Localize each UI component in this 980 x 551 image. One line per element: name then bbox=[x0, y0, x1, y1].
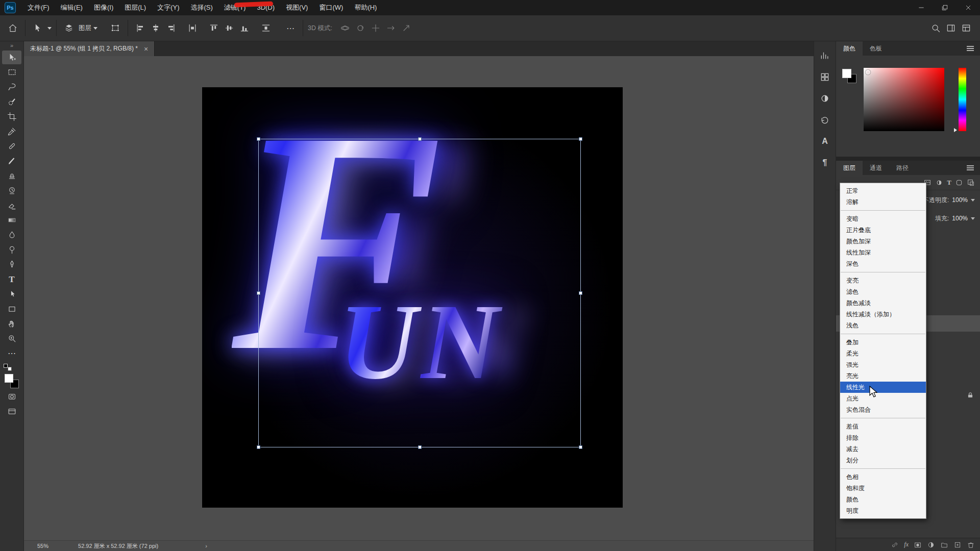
pen-tool[interactable] bbox=[2, 258, 21, 271]
search-icon[interactable] bbox=[928, 20, 943, 36]
foreground-background-swatches[interactable] bbox=[4, 373, 20, 389]
blend-mode-option[interactable]: 颜色 bbox=[840, 494, 926, 505]
3d-orbit-icon[interactable] bbox=[337, 20, 353, 36]
blend-mode-option[interactable]: 叠加 bbox=[840, 337, 926, 348]
blend-mode-option[interactable]: 色相 bbox=[840, 471, 926, 483]
tab-swatches[interactable]: 色板 bbox=[863, 41, 889, 56]
blend-mode-option-selected[interactable]: 线性光 bbox=[840, 382, 926, 393]
transform-bounding-box[interactable] bbox=[258, 139, 581, 447]
zoom-level-field[interactable]: 55% bbox=[37, 543, 48, 549]
blend-mode-option[interactable]: 浅色 bbox=[840, 320, 926, 331]
blend-mode-option[interactable]: 饱和度 bbox=[840, 483, 926, 494]
canvas-area[interactable]: F UN F UN bbox=[24, 56, 814, 540]
edit-toolbar-button[interactable]: ⋯ bbox=[2, 346, 21, 360]
link-layers-icon[interactable] bbox=[891, 541, 899, 549]
chevron-down-icon[interactable] bbox=[971, 217, 975, 220]
auto-select-target[interactable]: 图层 bbox=[79, 24, 91, 33]
move-tool[interactable] bbox=[2, 51, 21, 64]
move-tool-icon[interactable] bbox=[30, 20, 45, 36]
blend-mode-option[interactable]: 实色混合 bbox=[840, 404, 926, 415]
paragraph-panel-icon[interactable]: ¶ bbox=[819, 157, 831, 169]
panel-foreground-swatch[interactable] bbox=[842, 69, 851, 78]
document-tab[interactable]: 未标题-1 @ 55% (组 1 拷贝 2, RGB/8) * × bbox=[24, 41, 155, 56]
rectangle-shape-tool[interactable] bbox=[2, 302, 21, 316]
menu-file[interactable]: 文件(F) bbox=[22, 0, 55, 15]
delete-layer-icon[interactable] bbox=[967, 541, 975, 549]
align-bottom-icon[interactable] bbox=[237, 20, 252, 36]
blend-mode-option[interactable]: 滤色 bbox=[840, 286, 926, 297]
filter-shape-layers-icon[interactable] bbox=[955, 179, 963, 187]
character-panel-icon[interactable]: A bbox=[819, 135, 831, 147]
blend-mode-option[interactable]: 深色 bbox=[840, 258, 926, 269]
menu-edit[interactable]: 编辑(E) bbox=[55, 0, 88, 15]
adjustment-layer-icon[interactable] bbox=[927, 541, 935, 549]
blend-mode-option[interactable]: 亮光 bbox=[840, 370, 926, 382]
blend-mode-option[interactable]: 柔光 bbox=[840, 348, 926, 359]
status-chevron-icon[interactable]: › bbox=[205, 543, 207, 549]
path-selection-tool[interactable] bbox=[2, 287, 21, 301]
new-group-icon[interactable] bbox=[940, 541, 948, 549]
transform-handle-top-left[interactable] bbox=[257, 137, 260, 141]
menu-layer[interactable]: 图层(L) bbox=[119, 0, 152, 15]
color-panel-fg-bg-swatches[interactable] bbox=[842, 69, 860, 87]
gradient-tool[interactable] bbox=[2, 213, 21, 227]
eyedropper-tool[interactable] bbox=[2, 124, 21, 138]
blend-mode-option[interactable]: 划分 bbox=[840, 455, 926, 466]
close-button[interactable] bbox=[957, 0, 980, 15]
layer-effects-icon[interactable]: fx bbox=[904, 541, 909, 548]
blend-mode-option[interactable]: 排除 bbox=[840, 432, 926, 443]
menu-help[interactable]: 帮助(H) bbox=[349, 0, 382, 15]
default-colors-button[interactable] bbox=[4, 364, 12, 371]
more-align-options-button[interactable]: ⋯ bbox=[283, 23, 298, 33]
blend-mode-option[interactable]: 变亮 bbox=[840, 275, 926, 286]
spot-healing-brush-tool[interactable] bbox=[2, 139, 21, 153]
align-center-horizontal-icon[interactable] bbox=[148, 20, 163, 36]
tab-layers[interactable]: 图层 bbox=[836, 161, 863, 175]
transform-handle-middle-left[interactable] bbox=[257, 291, 260, 295]
distribute-vertical-icon[interactable] bbox=[258, 20, 274, 36]
brush-tool[interactable] bbox=[2, 154, 21, 168]
align-top-icon[interactable] bbox=[206, 20, 222, 36]
align-right-icon[interactable] bbox=[163, 20, 179, 36]
align-middle-vertical-icon[interactable] bbox=[222, 20, 237, 36]
blend-mode-option[interactable]: 减去 bbox=[840, 443, 926, 455]
adjustments-panel-icon[interactable] bbox=[819, 92, 831, 105]
history-brush-tool[interactable] bbox=[2, 184, 21, 197]
blend-mode-option[interactable]: 线性加深 bbox=[840, 247, 926, 258]
blend-mode-option[interactable]: 明度 bbox=[840, 505, 926, 516]
menu-type[interactable]: 文字(Y) bbox=[152, 0, 185, 15]
clone-stamp-tool[interactable] bbox=[2, 169, 21, 183]
minimize-button[interactable] bbox=[910, 0, 933, 15]
align-left-icon[interactable] bbox=[133, 20, 148, 36]
blend-mode-option[interactable]: 强光 bbox=[840, 359, 926, 370]
menu-image[interactable]: 图像(I) bbox=[88, 0, 119, 15]
hue-slider[interactable] bbox=[959, 68, 966, 131]
color-picker-marker[interactable] bbox=[866, 70, 870, 74]
new-layer-icon[interactable] bbox=[953, 541, 962, 549]
quick-mask-button[interactable] bbox=[2, 390, 21, 404]
share-layout-icon[interactable] bbox=[959, 20, 974, 36]
transform-handle-bottom-center[interactable] bbox=[418, 445, 422, 449]
screen-mode-button[interactable] bbox=[2, 405, 21, 418]
blend-mode-option[interactable]: 正常 bbox=[840, 185, 926, 196]
blend-mode-option[interactable]: 变暗 bbox=[840, 213, 926, 224]
transform-handle-bottom-left[interactable] bbox=[257, 445, 260, 449]
menu-select[interactable]: 选择(S) bbox=[185, 0, 218, 15]
zoom-tool[interactable] bbox=[2, 332, 21, 345]
blend-mode-option[interactable]: 正片叠底 bbox=[840, 224, 926, 236]
dodge-tool[interactable] bbox=[2, 243, 21, 257]
quick-selection-tool[interactable] bbox=[2, 95, 21, 109]
3d-scale-icon[interactable] bbox=[399, 20, 414, 36]
transform-handle-bottom-right[interactable] bbox=[579, 445, 582, 449]
restore-button[interactable] bbox=[933, 0, 957, 15]
menu-view[interactable]: 视图(V) bbox=[280, 0, 313, 15]
blend-mode-option[interactable]: 差值 bbox=[840, 421, 926, 432]
type-tool[interactable]: T bbox=[2, 272, 21, 286]
toolbar-collapse-icon[interactable]: » bbox=[0, 41, 23, 50]
transform-handle-top-center[interactable] bbox=[418, 137, 422, 141]
hue-slider-marker[interactable] bbox=[954, 128, 957, 132]
document-canvas[interactable]: F UN F UN bbox=[202, 87, 623, 508]
blur-tool[interactable] bbox=[2, 228, 21, 242]
add-layer-mask-icon[interactable] bbox=[914, 541, 922, 549]
filter-smart-object-icon[interactable] bbox=[967, 179, 975, 187]
